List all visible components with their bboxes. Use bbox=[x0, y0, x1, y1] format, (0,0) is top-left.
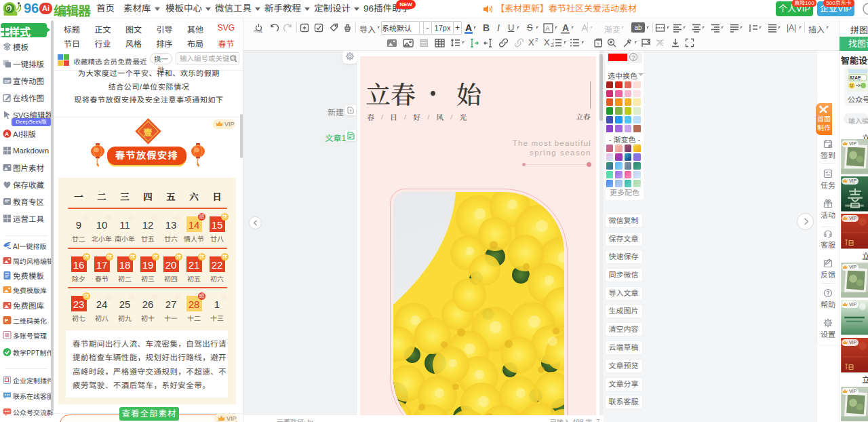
svg-text:T: T bbox=[597, 42, 599, 46]
svg-text:P: P bbox=[5, 318, 8, 324]
svg-text:GIF: GIF bbox=[4, 79, 11, 83]
svg-text:A: A bbox=[5, 130, 9, 136]
svg-text:HTML: HTML bbox=[254, 29, 263, 33]
svg-text:A: A bbox=[546, 25, 550, 32]
svg-text:不: 不 bbox=[657, 39, 664, 47]
svg-text:9: 9 bbox=[7, 5, 10, 12]
svg-text:82AE: 82AE bbox=[850, 75, 861, 80]
